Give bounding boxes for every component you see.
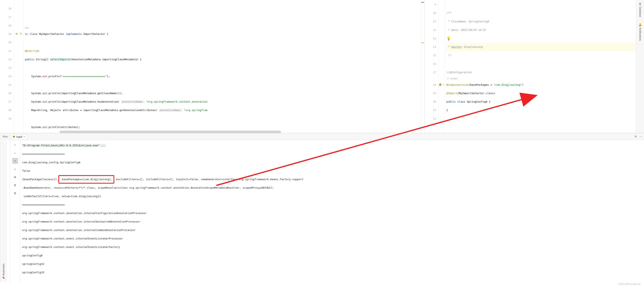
filter-icon[interactable]: 🗑 (12, 182, 18, 188)
minimize-icon[interactable]: — (639, 135, 642, 138)
up-icon[interactable]: ↑ (12, 142, 18, 148)
run-toolbar-left2: ↑ ↓ ⇆ ⤓ 🖶 🗑 🗑 (10, 140, 20, 284)
run-label: Run: (0, 135, 11, 138)
right-gutter: 910111213141516171819202122 (425, 0, 439, 133)
run-tabs-bar: Run: App6 × ⚙ — (0, 133, 644, 140)
watermark: CSDN @Ding Jiaxiong (618, 283, 640, 285)
soft-wrap-icon[interactable]: ⇆ (12, 158, 18, 164)
right-gutter-icons: ⬤ ➔ (439, 0, 445, 133)
left-code[interactable]: gesic class MyImportSelector implements … (23, 0, 421, 133)
left-gutter: 1617181920212223242526272829 (0, 0, 14, 133)
run-tab-label: App6 (16, 135, 22, 138)
trash-icon[interactable]: 🗑 (12, 190, 18, 196)
right-tool-rail: 🗄Database🔔Notifications (636, 0, 644, 133)
left-tool-rail: 🔖 Bookmarks (0, 141, 7, 282)
left-editor: 1617181920212223242526272829 ●↑ @ gesic … (0, 0, 425, 133)
console-output[interactable]: "D:\Program Files\Java\jdk1.8.0_333\bin\… (20, 140, 644, 284)
highlight-box: basePackages=[com.dingjiaxiong], (58, 175, 114, 184)
run-tab-app6[interactable]: App6 × (11, 134, 27, 139)
left-marker-strip[interactable] (421, 0, 424, 133)
down-icon[interactable]: ↓ (12, 150, 18, 156)
print-icon[interactable]: 🖶 (12, 174, 18, 180)
left-gutter-icons: ●↑ @ (14, 0, 23, 133)
run-panel: Run: App6 × ⚙ — ▶ 🔧 📷 ⇲ ▣ 📌 ↑ ↓ ⇆ ⤓ 🖶 🗑 … (0, 133, 644, 284)
rail-tab-database[interactable]: 🗄Database (639, 3, 642, 17)
rail-tab-notifications[interactable]: 🔔Notifications (638, 23, 642, 41)
right-code[interactable]: /** * ClassName: SpringConfig6 * date: 2… (445, 0, 640, 133)
run-status-icon (13, 136, 15, 138)
close-icon[interactable]: × (24, 135, 25, 138)
horizontal-scrollbar[interactable] (60, 131, 281, 133)
rail-tab-bookmarks[interactable]: 🔖 Bookmarks (2, 264, 5, 279)
right-editor: 910111213141516171819202122 ⬤ ➔ /** * Cl… (425, 0, 644, 133)
scroll-end-icon[interactable]: ⤓ (12, 166, 18, 172)
settings-icon[interactable]: ⚙ (634, 135, 637, 138)
editors-split: 1617181920212223242526272829 ●↑ @ gesic … (0, 0, 644, 133)
